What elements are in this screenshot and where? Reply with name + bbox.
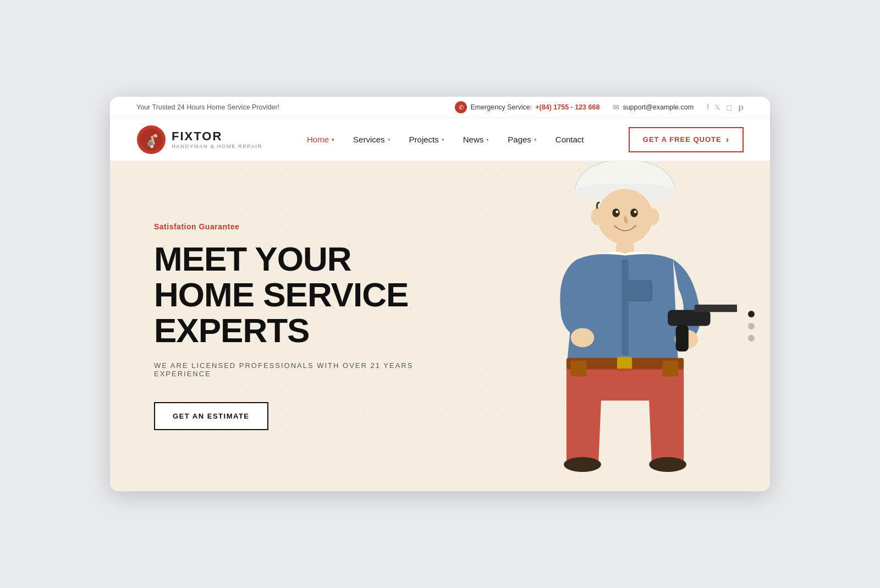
hero-subtitle: WE ARE LICENSED PROFESSIONALS WITH OVER … bbox=[154, 361, 429, 378]
home-caret: ▾ bbox=[332, 137, 334, 142]
svg-rect-15 bbox=[628, 281, 652, 301]
email-address[interactable]: support@example.com bbox=[623, 103, 694, 111]
services-caret: ▾ bbox=[388, 137, 391, 142]
facebook-icon[interactable]: f bbox=[707, 103, 709, 112]
main-nav: Home ▾ Services ▾ Projects ▾ News ▾ Page… bbox=[299, 130, 592, 149]
nav-news[interactable]: News ▾ bbox=[455, 130, 497, 149]
hero-title: MEET YOUR HOME SERVICE EXPERTS bbox=[154, 241, 429, 348]
email-info: ✉ support@example.com bbox=[613, 103, 694, 112]
slider-dot-2[interactable] bbox=[748, 323, 755, 329]
nav-contact[interactable]: Contact bbox=[548, 130, 592, 149]
svg-rect-25 bbox=[571, 361, 587, 377]
slider-dot-1[interactable] bbox=[748, 311, 755, 317]
news-caret: ▾ bbox=[486, 137, 489, 142]
pinterest-icon[interactable]: 𝗽 bbox=[738, 103, 744, 112]
logo-text: FIXTOR HANDYMAN & HOME REPAIR bbox=[172, 130, 262, 149]
svg-point-10 bbox=[616, 211, 619, 213]
header: FIXTOR HANDYMAN & HOME REPAIR Home ▾ Ser… bbox=[110, 118, 770, 161]
top-bar-right: ✆ Emergency Service: +(84) 1755 - 123 66… bbox=[455, 101, 744, 113]
logo-brand: FIXTOR bbox=[172, 130, 262, 143]
nav-pages[interactable]: Pages ▾ bbox=[500, 130, 544, 149]
logo-sub: HANDYMAN & HOME REPAIR bbox=[172, 143, 262, 149]
top-bar-tagline: Your Trusted 24 Hours Home Service Provi… bbox=[136, 103, 279, 111]
svg-point-12 bbox=[591, 208, 603, 225]
svg-point-11 bbox=[634, 211, 636, 213]
slider-dot-3[interactable] bbox=[748, 335, 755, 342]
svg-rect-16 bbox=[622, 259, 629, 355]
emergency-label: Emergency Service: bbox=[470, 103, 532, 111]
worker-illustration bbox=[513, 161, 737, 491]
svg-rect-19 bbox=[668, 310, 711, 326]
svg-point-9 bbox=[630, 208, 638, 217]
phone-icon: ✆ bbox=[455, 101, 467, 113]
svg-point-13 bbox=[646, 208, 659, 225]
projects-caret: ▾ bbox=[442, 137, 444, 142]
get-free-quote-button[interactable]: GET A FREE QUOTE › bbox=[629, 127, 744, 152]
hero-tagline: Satisfation Guarantee bbox=[154, 222, 429, 231]
slider-dots bbox=[748, 311, 755, 342]
get-estimate-button[interactable]: GET AN ESTIMATE bbox=[154, 402, 268, 430]
top-bar: Your Trusted 24 Hours Home Service Provi… bbox=[110, 97, 770, 118]
email-icon: ✉ bbox=[613, 103, 619, 112]
nav-home[interactable]: Home ▾ bbox=[299, 130, 342, 149]
svg-point-17 bbox=[571, 328, 595, 347]
instagram-icon[interactable]: ◻ bbox=[726, 103, 733, 112]
svg-point-8 bbox=[612, 208, 620, 217]
twitter-icon[interactable]: 𝕏 bbox=[714, 103, 721, 112]
svg-rect-22 bbox=[676, 325, 689, 351]
nav-services[interactable]: Services ▾ bbox=[345, 130, 398, 149]
logo[interactable]: FIXTOR HANDYMAN & HOME REPAIR bbox=[136, 125, 262, 155]
emergency-info: ✆ Emergency Service: +(84) 1755 - 123 66… bbox=[455, 101, 600, 113]
svg-rect-26 bbox=[662, 361, 678, 377]
hero-content: Satisfation Guarantee MEET YOUR HOME SER… bbox=[110, 178, 473, 474]
pages-caret: ▾ bbox=[534, 137, 537, 142]
svg-point-27 bbox=[564, 457, 601, 472]
logo-icon bbox=[136, 125, 166, 155]
nav-projects[interactable]: Projects ▾ bbox=[402, 130, 452, 149]
quote-arrow-icon: › bbox=[726, 135, 729, 145]
emergency-phone[interactable]: +(84) 1755 - 123 668 bbox=[535, 103, 600, 111]
browser-frame: Your Trusted 24 Hours Home Service Provi… bbox=[110, 97, 770, 491]
social-icons: f 𝕏 ◻ 𝗽 bbox=[707, 103, 744, 112]
svg-point-28 bbox=[649, 457, 686, 472]
hero-section: Satisfation Guarantee MEET YOUR HOME SER… bbox=[110, 161, 770, 491]
svg-rect-20 bbox=[694, 305, 737, 312]
